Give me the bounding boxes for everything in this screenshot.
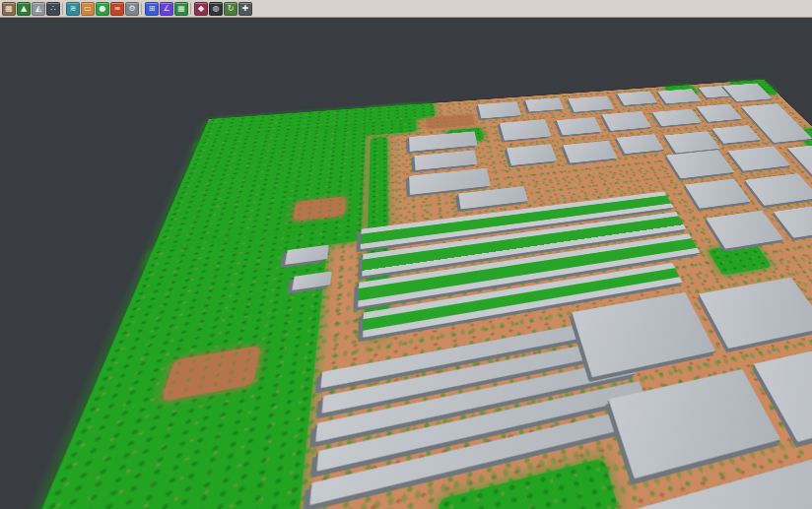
toolbar: ▦▲◭∴≋▭●≡⚙⊞∠▦◆◍↻✚ (0, 0, 812, 18)
classify-icon[interactable]: ≡ (110, 2, 124, 16)
toolbar-separator (189, 2, 193, 16)
building-roof (557, 117, 602, 135)
toolbar-icons: ▦▲◭∴≋▭●≡⚙⊞∠▦◆◍↻✚ (0, 2, 252, 16)
building-roof (652, 109, 703, 126)
building-roof (507, 144, 557, 165)
flag-icon[interactable]: ◆ (194, 2, 208, 16)
grid-icon[interactable]: ▦ (174, 2, 188, 16)
open-folder-icon[interactable]: ▦ (2, 2, 16, 16)
globe-icon[interactable]: ◍ (209, 2, 223, 16)
building-roof (602, 111, 651, 131)
building-roof (697, 104, 743, 122)
building-roof (414, 150, 477, 170)
ground-icon[interactable]: ▭ (81, 2, 95, 16)
building-roof (706, 211, 783, 249)
water-icon[interactable]: ≋ (66, 2, 80, 16)
building-roof (685, 178, 751, 208)
sphere-icon[interactable]: ● (96, 2, 109, 16)
toolbar-separator (61, 2, 65, 16)
building-roof (572, 292, 715, 377)
building-roof (568, 95, 614, 111)
vegetation-patch (0, 228, 329, 509)
building-roof (563, 141, 618, 163)
settings-icon[interactable]: ⚙ (125, 2, 139, 16)
building-roof (616, 134, 664, 154)
building-roof (458, 186, 528, 209)
refresh-icon[interactable]: ↻ (224, 2, 237, 16)
dirt-patch (426, 114, 475, 129)
terrain-icon[interactable]: ◭ (32, 2, 45, 16)
building-roof (525, 97, 564, 111)
vegetation-icon[interactable]: ▲ (17, 2, 31, 16)
building-roof (712, 125, 762, 144)
info-icon[interactable]: ✚ (238, 2, 252, 16)
measure-icon[interactable]: ∠ (160, 2, 173, 16)
terrain-plane (0, 80, 812, 509)
building-roof (745, 173, 812, 206)
points-icon[interactable]: ∴ (46, 2, 60, 16)
select-icon[interactable]: ⊞ (145, 2, 159, 16)
building-roof (666, 150, 735, 178)
building-roof (409, 131, 478, 151)
application-window: ▦▲◭∴≋▭●≡⚙⊞∠▦◆◍↻✚ (0, 0, 812, 509)
scene-wrap (0, 18, 812, 509)
building-roof (728, 146, 791, 170)
vegetation-patch (708, 242, 773, 276)
3d-viewport[interactable] (0, 18, 812, 509)
building-roof (699, 278, 812, 349)
building-roof (500, 119, 552, 141)
building-roof (617, 91, 657, 104)
building-roof (478, 101, 521, 118)
toolbar-separator (140, 2, 144, 16)
